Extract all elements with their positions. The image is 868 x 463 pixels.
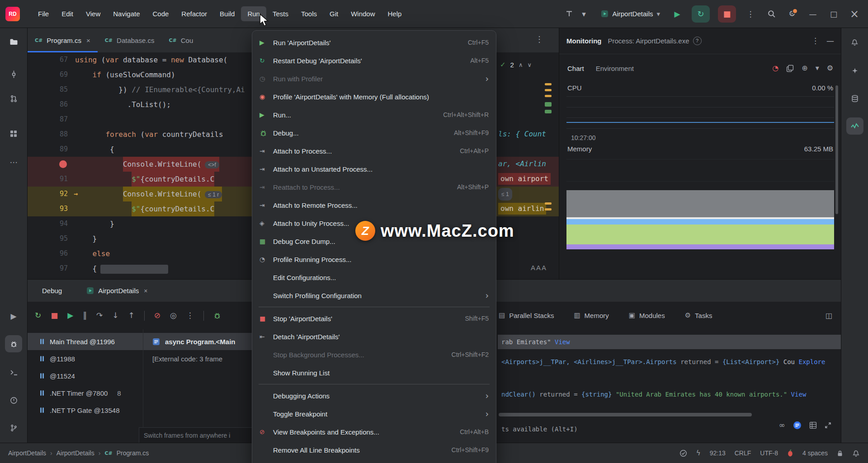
tool-icon[interactable]: [563, 8, 576, 20]
menu-item[interactable]: ⇥Reattach to Process...Alt+Shift+P: [252, 178, 496, 196]
tab-modules[interactable]: ▣Modules: [629, 312, 665, 319]
line-number[interactable]: 95: [28, 231, 75, 246]
menu-item[interactable]: ⇥Attach to an Unstarted Process...: [252, 160, 496, 178]
console-row[interactable]: ndClear() returned = {string} "United Ar…: [498, 387, 841, 402]
tab-environment[interactable]: Environment: [596, 65, 634, 72]
menubar-item-navigate[interactable]: Navigate: [107, 6, 146, 21]
monitoring-icon[interactable]: [846, 117, 863, 135]
chart-settings-gear-icon[interactable]: ⚙: [827, 65, 833, 72]
indent-style[interactable]: 4 spaces: [802, 449, 828, 457]
menubar-item-tools[interactable]: Tools: [295, 6, 323, 21]
console-output-icon[interactable]: [793, 421, 802, 430]
menu-item[interactable]: ⊘View Breakpoints and Exceptions...Ctrl+…: [252, 423, 496, 441]
console-row[interactable]: rab Emirates" View: [498, 335, 841, 349]
notifications-bell-icon[interactable]: [852, 449, 860, 457]
breadcrumb-item[interactable]: AirportDetails: [57, 449, 94, 457]
bell-icon[interactable]: [846, 33, 863, 51]
line-number[interactable]: 87: [28, 112, 75, 127]
resume-icon[interactable]: ▶: [67, 312, 73, 319]
debug-panel-title[interactable]: Debug: [42, 287, 62, 295]
step-over-icon[interactable]: ↷: [96, 312, 103, 319]
menubar-item-file[interactable]: File: [32, 6, 55, 21]
menu-item[interactable]: ⇥Attach to Remote Process...: [252, 196, 496, 214]
stop-button[interactable]: ■: [718, 5, 736, 23]
inspections-widget[interactable]: ✓ 2 ∧ ∨: [500, 61, 532, 69]
menu-item[interactable]: Toggle Breakpoint›: [252, 405, 496, 423]
line-number[interactable]: 92→: [28, 187, 75, 201]
database-icon[interactable]: [846, 90, 863, 107]
no-problems-icon[interactable]: [679, 449, 687, 457]
hot-reload-pepper-icon[interactable]: [787, 449, 793, 457]
menubar-item-help[interactable]: Help: [382, 6, 408, 21]
commit-icon[interactable]: [5, 65, 22, 83]
settings-gear-icon[interactable]: ⚙: [786, 8, 798, 20]
memory-snapshot-icon[interactable]: ⊕: [802, 65, 807, 72]
editor-options-kebab-icon[interactable]: ⋮: [535, 34, 543, 44]
thread-row[interactable]: @11524: [28, 367, 143, 384]
run-config-selector[interactable]: AirportDetails ▾: [598, 8, 663, 20]
editor-tab-program-cs[interactable]: C#Program.cs×: [28, 28, 98, 52]
line-number[interactable]: [28, 157, 75, 172]
view-breakpoints-icon[interactable]: ◎: [170, 312, 177, 319]
line-number[interactable]: 93: [28, 201, 75, 216]
line-number[interactable]: 94: [28, 216, 75, 231]
rider-logo-icon[interactable]: RD: [5, 7, 20, 21]
power-save-icon[interactable]: ϟ: [696, 450, 701, 457]
resume-icon[interactable]: ▶: [671, 8, 684, 20]
line-number[interactable]: 85: [28, 82, 75, 97]
debug-session-tab[interactable]: AirportDetails ×: [86, 287, 147, 295]
line-separator[interactable]: CRLF: [735, 449, 751, 457]
menu-item[interactable]: ▶Run 'AirportDetails'Ctrl+F5: [252, 33, 496, 51]
lock-icon[interactable]: [837, 450, 843, 457]
rerun-icon[interactable]: ↻: [35, 312, 41, 319]
expand-icon[interactable]: [825, 422, 831, 429]
mute-breakpoints-icon[interactable]: ⊘: [154, 312, 160, 319]
scrollbar-thumb[interactable]: [835, 85, 838, 214]
menu-item[interactable]: ⇥Attach to Process...Ctrl+Alt+P: [252, 142, 496, 160]
breadcrumb-item[interactable]: Program.cs: [117, 449, 149, 457]
kebab-icon[interactable]: ⋮: [811, 37, 819, 45]
menu-item[interactable]: ⇤Detach 'AirportDetails': [252, 327, 496, 346]
breakpoint-icon[interactable]: [59, 160, 67, 168]
file-encoding[interactable]: UTF-8: [760, 449, 778, 457]
menu-item[interactable]: Switch Profiling Configuration›: [252, 286, 496, 304]
watches-icon[interactable]: ∞: [779, 421, 785, 429]
tab-tasks[interactable]: ⚙Tasks: [685, 312, 712, 319]
menubar-item-edit[interactable]: Edit: [55, 6, 80, 21]
prev-problem-icon[interactable]: ∧: [519, 61, 523, 68]
panel-layout-icon[interactable]: ◫: [826, 312, 832, 319]
menu-item[interactable]: Stop Background Processes...Ctrl+Shift+F…: [252, 346, 496, 364]
stop-icon[interactable]: ■: [51, 312, 58, 319]
line-number[interactable]: 88: [28, 127, 75, 142]
thread-row[interactable]: .NET TP Gate @13548: [28, 402, 143, 419]
menubar-item-build[interactable]: Build: [213, 6, 241, 21]
menubar-item-tests[interactable]: Tests: [266, 6, 295, 21]
line-number[interactable]: 89: [28, 142, 75, 157]
help-icon[interactable]: ?: [693, 37, 702, 45]
caret-position[interactable]: 92:13: [710, 449, 726, 457]
table-icon[interactable]: [809, 421, 817, 429]
editor-tab-cou[interactable]: C#Cou: [161, 28, 200, 52]
line-number[interactable]: 96: [28, 246, 75, 261]
menu-item[interactable]: ↻Restart Debug 'AirportDetails'Alt+F5: [252, 51, 496, 70]
kebab-icon[interactable]: ⋮: [186, 312, 194, 319]
cpu-profile-icon[interactable]: ◔: [772, 65, 778, 72]
step-out-icon[interactable]: ↑: [128, 312, 134, 319]
tab-chart[interactable]: Chart: [567, 65, 584, 72]
chevron-down-icon[interactable]: ▾: [816, 65, 819, 72]
menu-item[interactable]: Debug...Alt+Shift+F9: [252, 124, 496, 142]
line-number[interactable]: 97: [28, 261, 75, 276]
search-icon[interactable]: [765, 8, 778, 20]
console-action-link[interactable]: View: [555, 338, 570, 346]
line-number[interactable]: 69: [28, 67, 75, 82]
menu-item[interactable]: ■Stop 'AirportDetails'Shift+F5: [252, 309, 496, 327]
tab-memory[interactable]: ▥Memory: [574, 312, 609, 319]
close-window-icon[interactable]: ×: [848, 8, 861, 20]
tab-parallel-stacks[interactable]: ▤Parallel Stacks: [499, 312, 554, 319]
step-into-icon[interactable]: ↓: [112, 312, 118, 319]
editor-tab-database-cs[interactable]: C#Database.cs: [98, 28, 162, 52]
menu-item[interactable]: ◷Run with Profiler›: [252, 70, 496, 88]
debug-icon[interactable]: [213, 312, 221, 319]
menu-item[interactable]: Debugging Actions›: [252, 387, 496, 405]
pull-requests-icon[interactable]: [5, 90, 22, 107]
